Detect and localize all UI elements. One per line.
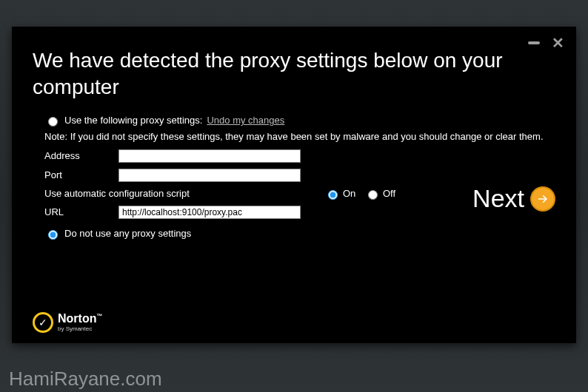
no-proxy-option[interactable]: Do not use any proxy settings [44,228,555,240]
next-button[interactable]: Next [472,184,555,213]
auto-config-on-radio[interactable] [328,190,338,200]
minimize-icon[interactable] [528,41,540,44]
close-icon[interactable]: ✕ [552,36,564,50]
address-input[interactable] [118,149,301,163]
auto-config-off-radio[interactable] [368,190,378,200]
watermark-text: HamiRayane.com [9,368,162,391]
page-title: We have detected the proxy settings belo… [33,47,555,101]
norton-brand-name: Norton [58,312,96,325]
arrow-right-icon [530,186,555,212]
port-label: Port [44,169,118,180]
off-label: Off [383,188,395,199]
undo-changes-link[interactable]: Undo my changes [207,115,284,126]
url-label: URL [44,206,118,217]
use-proxy-radio[interactable] [48,117,58,126]
malware-note: Note: If you did not specify these setti… [44,131,555,142]
proxy-settings-dialog: ✕ We have detected the proxy settings be… [12,27,576,343]
use-proxy-label: Use the following proxy settings: [64,115,202,126]
port-input[interactable] [118,169,301,182]
norton-check-icon: ✓ [33,312,53,333]
address-label: Address [44,150,118,161]
on-label: On [343,188,355,199]
norton-logo: ✓ Norton™ by Symantec [33,312,102,333]
no-proxy-radio[interactable] [48,230,58,240]
auto-config-label: Use automatic configuration script [44,188,324,199]
titlebar-controls: ✕ [528,36,564,50]
url-input[interactable] [118,206,301,219]
next-label: Next [472,184,524,213]
use-proxy-option[interactable]: Use the following proxy settings: Undo m… [44,115,555,126]
no-proxy-label: Do not use any proxy settings [64,228,191,239]
norton-byline: by Symantec [58,326,102,332]
norton-tm: ™ [96,313,102,320]
